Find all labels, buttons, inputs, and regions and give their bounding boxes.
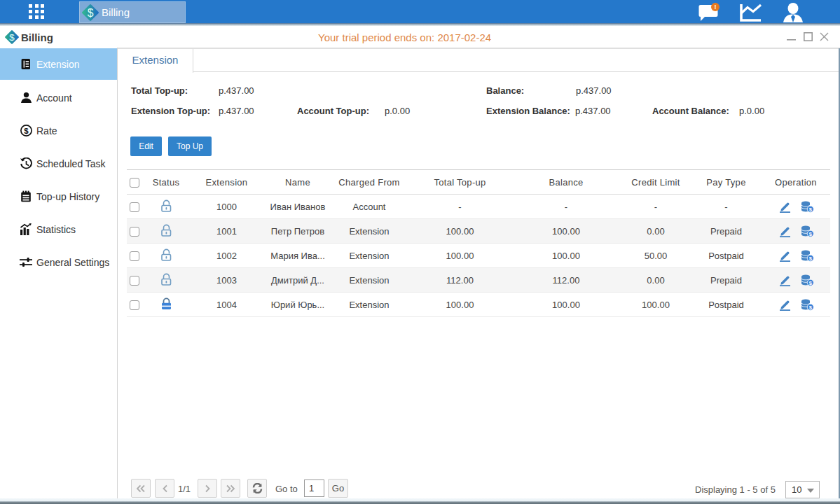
svg-text:!: !	[715, 4, 717, 10]
svg-text:$: $	[88, 6, 94, 18]
svg-text:$: $	[24, 127, 29, 135]
svg-text:$: $	[9, 32, 15, 43]
